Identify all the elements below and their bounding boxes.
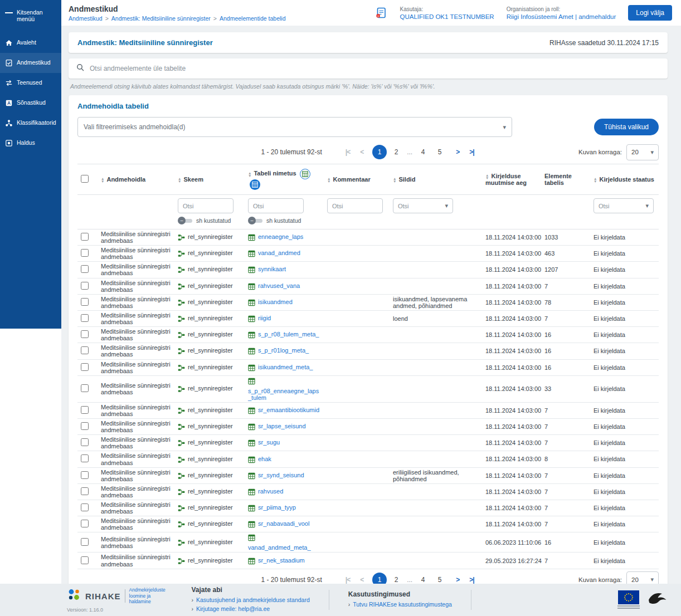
row-checkbox[interactable] xyxy=(81,346,89,354)
table-link[interactable]: s_p_r08_enneaegne_laps_tulem xyxy=(248,388,320,401)
sidebar-item-teenused[interactable]: Teenused xyxy=(0,73,61,93)
pager-next-button[interactable] xyxy=(455,576,460,584)
col-sildid[interactable]: Sildid xyxy=(398,176,415,183)
row-checkbox[interactable] xyxy=(81,265,89,273)
sildid-filter-select[interactable]: Otsi xyxy=(393,198,453,213)
footer-link[interactable]: Kasutusjuhend ja andmekirjelduse standar… xyxy=(192,596,310,605)
table-link[interactable]: sr_synd_seisund xyxy=(258,472,304,478)
table-link[interactable]: sr_piima_tyyp xyxy=(258,504,296,511)
pager-page-5[interactable]: 5 xyxy=(432,145,447,159)
table-link[interactable]: vanad_andmed_meta_ xyxy=(248,544,311,551)
row-checkbox[interactable] xyxy=(81,282,89,290)
clear-selection-button[interactable]: Tühista valikud xyxy=(594,119,659,135)
pager-first-button[interactable] xyxy=(344,576,351,584)
sidebar-item-klassifikaatorid[interactable]: Klassifikaatorid xyxy=(0,113,61,133)
sidebar-collapse[interactable]: Kitsendan menüü xyxy=(0,3,61,28)
sidebar-item-andmestikud[interactable]: Andmestikud xyxy=(0,53,61,73)
col-kommentaar[interactable]: Kommentaar xyxy=(333,176,370,183)
row-checkbox[interactable] xyxy=(81,471,89,479)
tabel-filter-input[interactable] xyxy=(248,198,304,213)
row-checkbox[interactable] xyxy=(81,454,89,462)
pager-last-button[interactable] xyxy=(468,576,475,584)
staatus-filter-select[interactable]: Otsi xyxy=(594,198,654,213)
contact-card-icon[interactable]: i xyxy=(375,7,387,19)
table-link[interactable]: rahvused_vana xyxy=(258,282,300,289)
staatus-cell: Ei kirjeldata xyxy=(590,553,659,569)
row-checkbox[interactable] xyxy=(81,438,89,446)
row-checkbox[interactable] xyxy=(81,363,89,371)
table-link[interactable]: sr_emaantibiootikumid xyxy=(258,407,319,413)
table-view-alt-icon[interactable] xyxy=(250,179,260,190)
table-link[interactable]: sr_nek_staadium xyxy=(258,557,305,564)
sidebar-item-sonastikud[interactable]: A Sõnastikud xyxy=(0,93,61,113)
row-checkbox[interactable] xyxy=(81,406,89,414)
table-link[interactable]: synnikaart xyxy=(258,266,286,272)
skeem-cell: rel_synniregister xyxy=(174,467,245,483)
row-checkbox[interactable] xyxy=(81,422,89,430)
sort-icon[interactable] xyxy=(101,177,104,183)
pager-page-1[interactable]: 1 xyxy=(372,145,387,159)
select-all-checkbox[interactable] xyxy=(81,175,89,183)
row-checkbox[interactable] xyxy=(81,233,89,241)
table-link[interactable]: sr_sugu xyxy=(258,439,280,446)
pager-next-button[interactable] xyxy=(455,148,460,156)
col-andmehoidla[interactable]: Andmehoidla xyxy=(106,176,145,183)
breadcrumb-link[interactable]: Andmestik: Meditsiiniline sünniregister xyxy=(111,15,211,22)
col-muutmise-aeg[interactable]: Kirjelduse muutmise aeg xyxy=(485,173,527,186)
row-checkbox[interactable] xyxy=(81,487,89,495)
tabel-cell: synnikaart xyxy=(245,262,324,278)
table-link[interactable]: s_p_r08_tulem_meta_ xyxy=(258,331,319,338)
table-link[interactable]: rahvused xyxy=(258,488,283,495)
table-link[interactable]: sr_nabavaadi_vool xyxy=(258,520,309,527)
tables-table: Andmehoidla Skeem Tabeli nimetus Komment… xyxy=(77,164,659,569)
table-link[interactable]: enneaegne_laps xyxy=(258,233,303,240)
row-checkbox[interactable] xyxy=(81,520,89,527)
staatus-cell: Ei kirjeldata xyxy=(590,375,659,402)
skeem-deleted-toggle[interactable]: sh kustutatud xyxy=(178,217,241,224)
sort-icon[interactable] xyxy=(594,177,597,183)
table-link[interactable]: vanad_andmed xyxy=(258,250,300,256)
sidebar-item-avaleht[interactable]: Avaleht xyxy=(0,33,61,53)
sort-icon[interactable] xyxy=(248,172,251,177)
row-checkbox[interactable] xyxy=(81,556,89,564)
sidebar-item-haldus[interactable]: Haldus xyxy=(0,133,61,153)
footer-link[interactable]: Kirjutage meile: help@ria.ee xyxy=(192,605,310,614)
row-checkbox[interactable] xyxy=(81,503,89,511)
table-link[interactable]: s_p_r01log_meta_ xyxy=(258,347,309,354)
kommentaar-filter-input[interactable] xyxy=(327,198,383,213)
sort-icon[interactable] xyxy=(327,177,330,183)
pager-prev-button[interactable] xyxy=(359,148,364,156)
pager-prev-button[interactable] xyxy=(359,576,364,584)
pager-page-4[interactable]: 4 xyxy=(416,145,430,159)
per-page-select[interactable]: 20 xyxy=(626,144,659,160)
table-link[interactable]: isikuandmed_meta_ xyxy=(258,364,313,370)
table-link[interactable]: sr_lapse_seisund xyxy=(258,423,306,429)
breadcrumb-link[interactable]: Andmeelementide tabelid xyxy=(220,15,286,22)
table-link[interactable]: ehak xyxy=(258,456,271,462)
row-checkbox[interactable] xyxy=(81,298,89,306)
footer-link[interactable]: Tutvu RIHAKEse kasutustingimustega xyxy=(348,600,452,609)
row-checkbox[interactable] xyxy=(81,330,89,338)
row-checkbox[interactable] xyxy=(81,314,89,322)
datastore-filter-select[interactable]: Vali filtreerimiseks andmehoidla(d) xyxy=(77,117,512,137)
col-tabeli-nimetus[interactable]: Tabeli nimetus xyxy=(254,170,296,177)
element-search-input[interactable] xyxy=(90,65,660,72)
row-checkbox[interactable] xyxy=(81,538,89,546)
sort-icon[interactable] xyxy=(485,174,489,179)
pager-first-button[interactable] xyxy=(344,148,351,156)
skeem-filter-input[interactable] xyxy=(178,198,234,213)
table-view-icon[interactable] xyxy=(300,169,310,179)
row-checkbox[interactable] xyxy=(81,384,89,392)
sort-icon[interactable] xyxy=(393,177,396,183)
sort-icon[interactable] xyxy=(178,177,181,183)
table-link[interactable]: isikuandmed xyxy=(258,299,293,305)
breadcrumb-link[interactable]: Andmestikud xyxy=(69,15,103,22)
table-link[interactable]: riigid xyxy=(258,315,271,321)
col-kirjelduste-staatus[interactable]: Kirjelduste staatus xyxy=(599,176,654,183)
tabel-deleted-toggle[interactable]: sh kustutatud xyxy=(248,217,320,224)
row-checkbox[interactable] xyxy=(81,249,89,257)
pager-last-button[interactable] xyxy=(468,148,475,156)
col-skeem[interactable]: Skeem xyxy=(183,176,203,183)
pager-page-2[interactable]: 2 xyxy=(389,145,403,159)
logout-button[interactable]: Logi välja xyxy=(628,5,672,21)
